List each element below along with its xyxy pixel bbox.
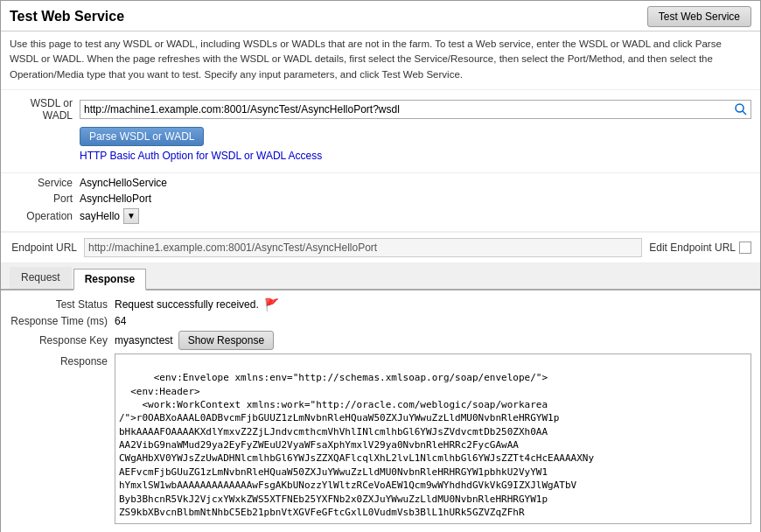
wsdl-input[interactable] <box>80 100 751 119</box>
edit-endpoint-label: Edit Endpoint URL <box>649 242 736 254</box>
test-status-row: Test Status Request successfully receive… <box>10 298 751 312</box>
wsdl-form-area: WSDL or WADL Parse WSDL or WADL HTTP Bas… <box>1 90 760 173</box>
endpoint-label: Endpoint URL <box>10 242 84 254</box>
http-auth-link[interactable]: HTTP Basic Auth Option for WSDL or WADL … <box>80 150 322 162</box>
port-row: Port AsyncHelloPort <box>10 192 751 205</box>
response-time-value: 64 <box>115 315 126 327</box>
operation-value: sayHello <box>80 210 120 222</box>
response-xml-row: Response <env:Envelope xmlns:env="http:/… <box>10 354 751 524</box>
tabs-bar: Request Response <box>1 263 760 290</box>
service-info-area: Service AsyncHelloService Port AsyncHell… <box>1 173 760 232</box>
svg-point-0 <box>736 104 744 112</box>
wsdl-label: WSDL or WADL <box>10 97 80 122</box>
description-text: Use this page to test any WSDL or WADL, … <box>10 38 722 80</box>
service-row: Service AsyncHelloService <box>10 177 751 189</box>
service-value: AsyncHelloService <box>80 177 167 189</box>
search-icon[interactable] <box>734 102 748 116</box>
wsdl-input-wrap <box>80 100 751 119</box>
test-web-service-header-button[interactable]: Test Web Service <box>647 6 751 27</box>
response-key-value: myasynctest <box>115 334 173 346</box>
operation-select: sayHello ▼ <box>80 208 139 224</box>
show-response-button[interactable]: Show Response <box>178 331 274 350</box>
operation-row: Operation sayHello ▼ <box>10 208 751 224</box>
wsdl-input-row: WSDL or WADL <box>10 97 751 122</box>
page-title: Test Web Service <box>10 9 124 24</box>
response-key-row: Response Key myasynctest Show Response <box>10 331 751 350</box>
edit-endpoint-checkbox[interactable] <box>739 242 751 254</box>
port-value: AsyncHelloPort <box>80 192 151 205</box>
test-status-label: Test Status <box>10 298 115 311</box>
endpoint-row: Endpoint URL Edit Endpoint URL <box>1 232 760 263</box>
port-label: Port <box>10 192 80 205</box>
response-tab-content: Test Status Request successfully receive… <box>1 290 760 531</box>
endpoint-input[interactable] <box>84 238 642 257</box>
page-header: Test Web Service Test Web Service <box>1 1 760 32</box>
svg-line-1 <box>743 111 746 115</box>
response-xml-label: Response <box>10 354 115 368</box>
response-time-row: Response Time (ms) 64 <box>10 315 751 327</box>
tab-request[interactable]: Request <box>10 267 72 289</box>
page-description: Use this page to test any WSDL or WADL, … <box>1 32 760 90</box>
response-xml-content: <env:Envelope xmlns:env="http://schemas.… <box>119 372 594 518</box>
parse-btn-row: Parse WSDL or WADL HTTP Basic Auth Optio… <box>80 127 751 162</box>
parse-wsdl-button[interactable]: Parse WSDL or WADL <box>80 127 204 146</box>
response-key-label: Response Key <box>10 334 115 346</box>
service-label: Service <box>10 177 80 189</box>
response-time-label: Response Time (ms) <box>10 315 115 327</box>
test-status-value: Request successfully received. <box>115 298 259 311</box>
response-xml-box[interactable]: <env:Envelope xmlns:env="http://schemas.… <box>115 354 751 524</box>
operation-label: Operation <box>10 210 80 222</box>
tab-response[interactable]: Response <box>73 269 146 290</box>
operation-dropdown-button[interactable]: ▼ <box>123 208 139 224</box>
success-flag-icon: 🚩 <box>264 298 279 312</box>
